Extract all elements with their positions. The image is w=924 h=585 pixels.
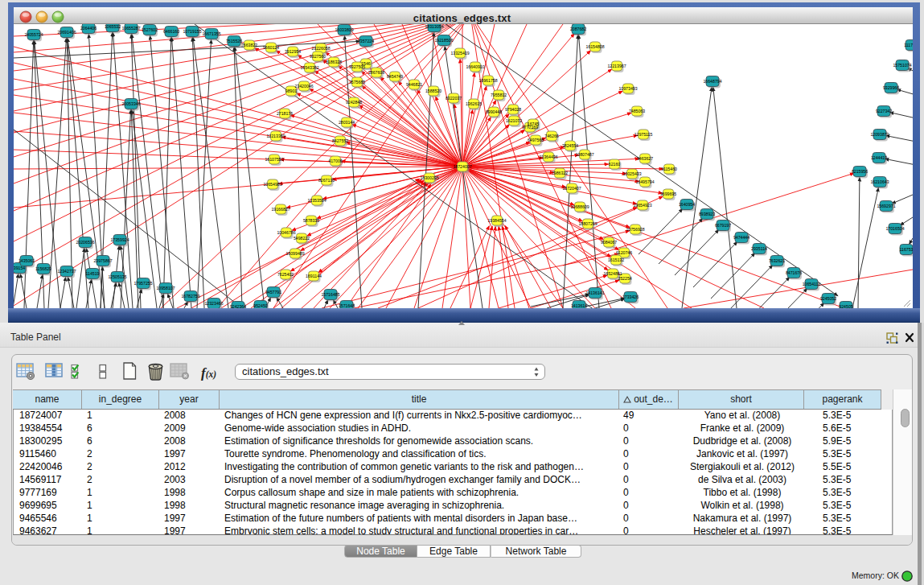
svg-text:9446821: 9446821 bbox=[406, 82, 422, 87]
svg-text:1527602: 1527602 bbox=[142, 27, 158, 32]
svg-text:16099489: 16099489 bbox=[285, 251, 304, 256]
svg-text:7986322: 7986322 bbox=[552, 171, 568, 175]
svg-text:1156829: 1156829 bbox=[35, 266, 51, 271]
svg-text:1640954: 1640954 bbox=[679, 202, 695, 207]
svg-text:7632621: 7632621 bbox=[769, 258, 785, 263]
svg-text:5878335: 5878335 bbox=[303, 218, 319, 223]
svg-text:3912954: 3912954 bbox=[285, 49, 301, 54]
svg-text:18300295: 18300295 bbox=[420, 175, 438, 180]
svg-text:9329966: 9329966 bbox=[883, 85, 899, 90]
svg-text:98901: 98901 bbox=[285, 89, 298, 93]
svg-text:19384554: 19384554 bbox=[487, 218, 506, 223]
svg-text:17359924: 17359924 bbox=[110, 237, 129, 242]
svg-text:15716485: 15716485 bbox=[321, 292, 339, 297]
svg-text:6120746: 6120746 bbox=[616, 250, 632, 255]
svg-text:12213369: 12213369 bbox=[266, 134, 285, 138]
svg-text:20691406: 20691406 bbox=[57, 30, 76, 35]
svg-text:19166827: 19166827 bbox=[271, 207, 290, 212]
svg-text:9699695: 9699695 bbox=[660, 192, 676, 196]
svg-text:18313054: 18313054 bbox=[425, 24, 443, 29]
svg-text:16648794: 16648794 bbox=[703, 79, 721, 84]
svg-text:5498222: 5498222 bbox=[294, 236, 310, 241]
svg-text:62160: 62160 bbox=[609, 162, 621, 167]
svg-text:9245052: 9245052 bbox=[820, 296, 836, 301]
svg-text:9463627: 9463627 bbox=[637, 156, 653, 161]
svg-text:2718176: 2718176 bbox=[277, 111, 293, 116]
svg-text:9457791: 9457791 bbox=[265, 290, 281, 295]
svg-text:18807269: 18807269 bbox=[578, 221, 597, 226]
svg-text:6497568: 6497568 bbox=[528, 138, 544, 142]
svg-text:417006: 417006 bbox=[328, 159, 342, 163]
svg-text:952450: 952450 bbox=[253, 303, 267, 308]
svg-text:10719155: 10719155 bbox=[183, 29, 201, 34]
svg-text:12353594: 12353594 bbox=[307, 198, 326, 203]
svg-text:10756928: 10756928 bbox=[626, 227, 644, 232]
svg-text:116753: 116753 bbox=[900, 247, 913, 252]
svg-text:15751074: 15751074 bbox=[893, 63, 911, 68]
svg-text:9794028: 9794028 bbox=[505, 107, 521, 112]
svg-text:8322037: 8322037 bbox=[446, 96, 462, 101]
svg-text:6679197: 6679197 bbox=[715, 223, 731, 228]
svg-text:12093872: 12093872 bbox=[870, 132, 889, 137]
svg-text:114519: 114519 bbox=[86, 271, 100, 276]
svg-text:8471676: 8471676 bbox=[786, 270, 802, 275]
svg-text:924505: 924505 bbox=[839, 304, 852, 308]
svg-text:252254: 252254 bbox=[618, 276, 631, 281]
svg-text:23975867: 23975867 bbox=[93, 258, 112, 263]
svg-text:8186328: 8186328 bbox=[326, 60, 342, 64]
svg-text:8938923: 8938923 bbox=[699, 212, 715, 216]
svg-text:1621072: 1621072 bbox=[506, 118, 522, 123]
svg-text:8454749: 8454749 bbox=[387, 74, 403, 79]
svg-text:15692971: 15692971 bbox=[877, 204, 895, 208]
svg-text:9474444: 9474444 bbox=[733, 235, 749, 240]
svg-text:12323466: 12323466 bbox=[204, 301, 223, 306]
svg-text:23420046: 23420046 bbox=[294, 84, 313, 89]
svg-text:9242364: 9242364 bbox=[230, 304, 246, 308]
svg-text:14136141: 14136141 bbox=[585, 290, 604, 295]
svg-text:16495794: 16495794 bbox=[635, 179, 654, 184]
svg-text:1362615: 1362615 bbox=[466, 101, 482, 106]
svg-text:21364436: 21364436 bbox=[539, 154, 557, 159]
svg-text:2803144: 2803144 bbox=[339, 120, 355, 125]
svg-text:20053346: 20053346 bbox=[121, 101, 140, 106]
svg-text:18724007: 18724007 bbox=[453, 164, 471, 169]
svg-text:12213967: 12213967 bbox=[607, 64, 626, 68]
svg-text:19218506: 19218506 bbox=[434, 38, 453, 43]
svg-text:2935114: 2935114 bbox=[751, 246, 767, 251]
svg-text:10958107: 10958107 bbox=[156, 286, 175, 290]
svg-text:9327505: 9327505 bbox=[349, 64, 365, 69]
svg-text:1733426: 1733426 bbox=[622, 295, 639, 299]
svg-text:8215956: 8215956 bbox=[852, 169, 868, 174]
svg-text:7663822: 7663822 bbox=[241, 43, 257, 47]
svg-text:1413614: 1413614 bbox=[571, 303, 587, 308]
svg-text:16543362: 16543362 bbox=[300, 65, 318, 70]
svg-text:9660124: 9660124 bbox=[263, 45, 279, 50]
svg-text:1588520: 1588520 bbox=[425, 89, 441, 93]
svg-text:3575685: 3575685 bbox=[349, 80, 365, 84]
svg-text:16782759: 16782759 bbox=[181, 294, 199, 299]
svg-text:7485063: 7485063 bbox=[629, 109, 645, 113]
svg-text:16107553: 16107553 bbox=[265, 157, 283, 162]
svg-text:3824554: 3824554 bbox=[562, 143, 578, 148]
svg-text:9115460: 9115460 bbox=[661, 167, 677, 171]
svg-text:2867608: 2867608 bbox=[368, 70, 384, 75]
svg-text:7515526: 7515526 bbox=[226, 39, 242, 43]
svg-text:16210643: 16210643 bbox=[870, 179, 889, 184]
svg-text:1117752: 1117752 bbox=[904, 43, 913, 47]
svg-text:39154: 39154 bbox=[14, 266, 25, 270]
svg-text:16033809: 16033809 bbox=[335, 27, 353, 32]
svg-text:9242848: 9242848 bbox=[346, 100, 362, 105]
svg-text:10654983: 10654983 bbox=[263, 182, 281, 187]
svg-text:6466160: 6466160 bbox=[163, 29, 179, 34]
svg-text:16745: 16745 bbox=[528, 122, 540, 126]
svg-text:1244419: 1244419 bbox=[871, 155, 887, 160]
svg-text:10655287: 10655287 bbox=[121, 26, 140, 31]
svg-text:10046786: 10046786 bbox=[277, 230, 295, 235]
svg-text:13325419: 13325419 bbox=[450, 51, 469, 56]
svg-text:16671355: 16671355 bbox=[202, 31, 220, 36]
svg-text:9084067: 9084067 bbox=[601, 240, 617, 245]
svg-text:10025433: 10025433 bbox=[622, 171, 641, 176]
svg-text:15720407: 15720407 bbox=[562, 186, 581, 191]
svg-text:10688609: 10688609 bbox=[570, 204, 589, 209]
svg-text:7357224: 7357224 bbox=[358, 39, 374, 43]
